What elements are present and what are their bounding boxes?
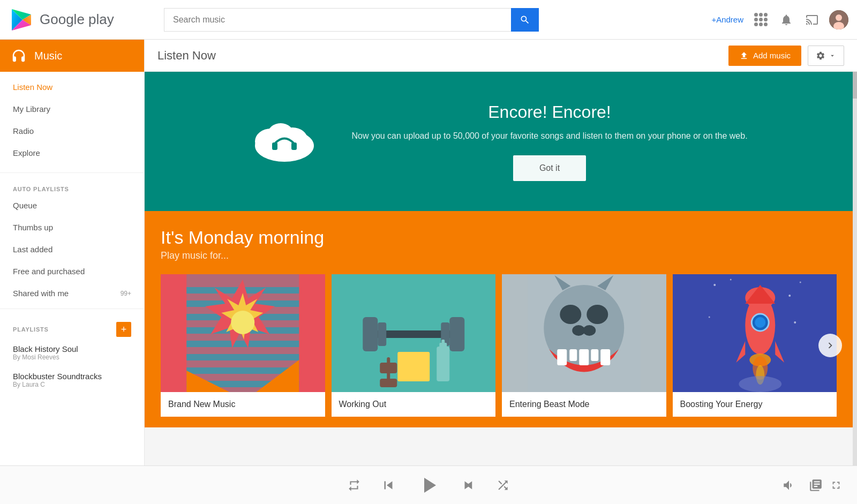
notifications-button[interactable]	[778, 11, 795, 28]
gear-icon	[816, 51, 825, 61]
card-image-boosting-energy	[673, 274, 837, 392]
sidebar-item-explore[interactable]: Explore	[0, 142, 144, 164]
user-name[interactable]: +Andrew	[711, 15, 743, 24]
topbar: Google play +Andrew	[0, 0, 857, 40]
card-label-boosting-energy: Boosting Your Energy	[673, 392, 837, 417]
logo-text: Google play	[40, 11, 114, 28]
expand-button[interactable]	[830, 479, 842, 491]
settings-button[interactable]	[808, 46, 844, 66]
music-card-boosting-energy[interactable]: Boosting Your Energy	[673, 274, 837, 417]
repeat-icon	[347, 478, 361, 492]
encore-banner: Encore! Encore! Now you can upload up to…	[145, 72, 853, 211]
carousel-next-button[interactable]	[818, 334, 842, 357]
svg-rect-47	[557, 349, 567, 365]
google-play-logo-icon	[9, 7, 34, 33]
section-subtitle: Play music for...	[161, 250, 837, 261]
cloud-with-headphones-icon	[250, 114, 319, 167]
sidebar-item-my-library[interactable]: My Library	[0, 98, 144, 120]
add-music-label: Add music	[753, 51, 791, 60]
music-card-beast-mode[interactable]: Entering Beast Mode	[502, 274, 666, 417]
svg-point-44	[587, 305, 608, 324]
svg-point-59	[794, 321, 796, 324]
got-it-button[interactable]: Got it	[513, 155, 586, 181]
search-input[interactable]	[164, 8, 511, 32]
sidebar-playlist-black-history[interactable]: Black History Soul By Mosi Reeves	[0, 339, 144, 366]
cast-icon	[806, 13, 818, 26]
svg-point-60	[730, 279, 731, 281]
sidebar-item-last-added[interactable]: Last added	[0, 238, 144, 260]
headphones-icon	[11, 48, 27, 64]
avatar[interactable]	[829, 10, 848, 29]
scrollbar[interactable]	[853, 72, 857, 465]
add-playlist-button[interactable]: +	[116, 322, 131, 337]
volume-button[interactable]	[782, 478, 796, 492]
chevron-right-icon	[824, 340, 836, 351]
main-layout: Music Listen Now My Library Radio Explor…	[0, 40, 857, 465]
svg-point-43	[560, 305, 581, 324]
repeat-button[interactable]	[347, 478, 361, 492]
scrollbar-thumb[interactable]	[853, 72, 857, 99]
grid-dot	[764, 13, 768, 17]
content-header: Listen Now Add music	[145, 40, 857, 72]
grid-dot	[754, 22, 758, 26]
music-card-working-out[interactable]: Working Out	[332, 274, 496, 417]
svg-point-71	[739, 376, 781, 392]
page-title: Listen Now	[157, 49, 216, 63]
svg-rect-49	[579, 349, 589, 365]
svg-point-55	[713, 284, 716, 286]
cast-button[interactable]	[803, 11, 821, 28]
sidebar-header-title: Music	[34, 50, 62, 62]
section-title: It's Monday morning	[161, 227, 837, 248]
card-label-working-out: Working Out	[332, 392, 496, 417]
shuffle-button[interactable]	[496, 478, 510, 492]
content-scroll-container: Encore! Encore! Now you can upload up to…	[145, 72, 857, 465]
svg-point-57	[799, 282, 801, 283]
content-scroll[interactable]: Encore! Encore! Now you can upload up to…	[145, 72, 853, 465]
play-button[interactable]	[416, 472, 441, 498]
auto-playlists-section-label: Auto Playlists	[0, 177, 144, 194]
grid-dot	[764, 18, 768, 21]
sidebar-item-queue[interactable]: Queue	[0, 194, 144, 216]
cloud-icon-container	[250, 114, 319, 169]
music-cards-row: Brand New Music	[161, 274, 837, 417]
bell-icon	[780, 13, 793, 26]
playlists-label: Playlists	[13, 326, 49, 333]
search-icon	[520, 14, 530, 25]
svg-rect-12	[291, 142, 297, 150]
banner-subtitle: Now you can upload up to 50,000 of your …	[351, 130, 747, 142]
svg-point-65	[755, 317, 765, 328]
grid-dot	[754, 18, 758, 21]
sidebar-header: Music	[0, 40, 144, 72]
music-card-brand-new[interactable]: Brand New Music	[161, 274, 325, 417]
chevron-down-icon	[829, 52, 836, 59]
svg-rect-38	[437, 347, 449, 381]
skip-back-button[interactable]	[380, 477, 396, 493]
logo-google: Google	[40, 11, 85, 27]
playlist-author: By Mosi Reeves	[13, 353, 131, 361]
svg-rect-36	[380, 379, 397, 387]
sidebar-item-listen-now[interactable]: Listen Now	[0, 76, 144, 98]
sidebar-playlist-blockbuster[interactable]: Blockbuster Soundtracks By Laura C	[0, 366, 144, 394]
svg-point-56	[788, 295, 791, 297]
shared-with-me-badge: 99+	[121, 290, 131, 297]
logo-area: Google play	[9, 7, 164, 33]
svg-point-58	[708, 317, 710, 318]
svg-rect-31	[378, 322, 386, 346]
queue-button[interactable]	[809, 478, 823, 492]
skip-forward-icon	[461, 477, 477, 493]
logo-play: play	[88, 11, 114, 27]
apps-grid-button[interactable]	[752, 11, 769, 28]
sidebar-item-thumbs-up[interactable]: Thumbs up	[0, 216, 144, 238]
sidebar-item-radio[interactable]: Radio	[0, 120, 144, 142]
volume-icon	[782, 478, 796, 492]
sidebar-item-free-purchased[interactable]: Free and purchased	[0, 260, 144, 282]
card-image-working-out	[332, 274, 496, 392]
skip-forward-button[interactable]	[461, 477, 477, 493]
svg-rect-30	[363, 317, 378, 351]
content-area: Listen Now Add music	[145, 40, 857, 465]
search-button[interactable]	[511, 8, 539, 32]
svg-rect-51	[600, 349, 610, 365]
sidebar-item-shared-with-me[interactable]: Shared with me 99+	[0, 282, 144, 304]
shared-with-me-label: Shared with me	[13, 289, 69, 298]
add-music-button[interactable]: Add music	[728, 46, 801, 66]
